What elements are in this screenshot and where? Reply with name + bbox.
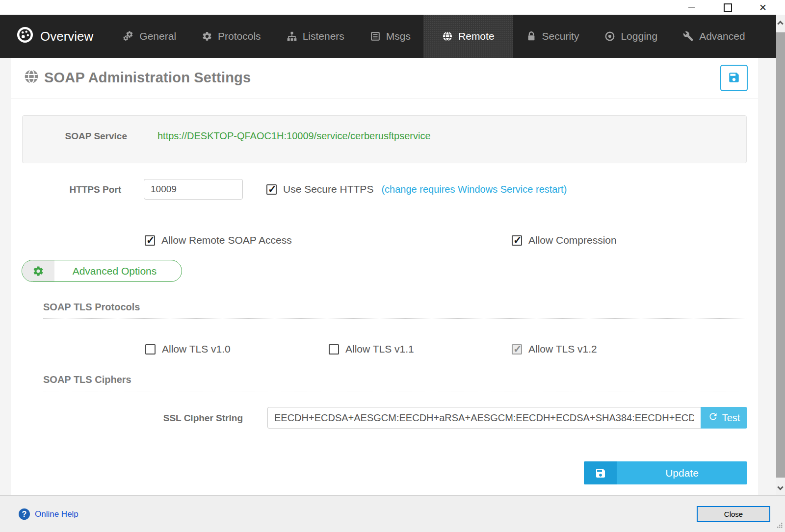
- floppy-icon: [728, 71, 740, 85]
- close-button[interactable]: Close: [697, 506, 770, 522]
- online-help-link[interactable]: Online Help: [19, 508, 78, 520]
- soap-service-label: SOAP Service: [23, 131, 127, 142]
- allow-compression-checkbox[interactable]: [512, 235, 522, 246]
- nav-label: Protocols: [218, 30, 261, 42]
- tls11-checkbox[interactable]: [329, 344, 339, 355]
- nav-label: General: [139, 30, 176, 42]
- ssl-cipher-row: SSL Cipher String Test: [11, 407, 747, 429]
- test-button[interactable]: Test: [701, 407, 747, 429]
- app-window: Overview General Protocols Listeners Msg…: [0, 0, 785, 532]
- advanced-options-label: Advanced Options: [54, 260, 182, 281]
- wrench-icon: [683, 31, 694, 42]
- list-icon: [370, 31, 381, 42]
- ssl-cipher-label: SSL Cipher String: [11, 413, 243, 424]
- https-port-row: HTTPS Port Use Secure HTTPS (change requ…: [11, 179, 747, 200]
- globe-icon: [442, 31, 453, 42]
- brand-label: Overview: [40, 29, 93, 44]
- soap-service-url-link[interactable]: https://DESKTOP-QFAOC1H:10009/service/ce…: [157, 130, 431, 142]
- cerberus-logo-icon: [17, 26, 33, 47]
- lock-icon: [526, 31, 537, 42]
- vertical-scrollbar: [776, 15, 785, 495]
- nav-item-remote[interactable]: Remote: [423, 15, 513, 58]
- https-port-label: HTTPS Port: [11, 184, 121, 195]
- update-label: Update: [617, 461, 747, 484]
- tls-ciphers-section: SOAP TLS Ciphers: [43, 374, 747, 391]
- circle-dot-icon: [604, 31, 615, 42]
- nav-item-listeners[interactable]: Listeners: [274, 15, 357, 58]
- allow-remote-label: Allow Remote SOAP Access: [161, 234, 292, 246]
- gear-icon: [202, 31, 212, 42]
- nav-label: Logging: [621, 30, 657, 42]
- online-help-label: Online Help: [35, 509, 78, 519]
- nav-item-msgs[interactable]: Msgs: [357, 15, 423, 58]
- tls12-row: Allow TLS v1.2: [512, 343, 597, 355]
- tls-protocols-section: SOAP TLS Protocols: [43, 302, 747, 319]
- tls12-label: Allow TLS v1.2: [528, 343, 597, 355]
- tls-protocols-heading: SOAP TLS Protocols: [43, 302, 747, 313]
- nav-label: Security: [542, 30, 579, 42]
- nav-item-advanced[interactable]: Advanced: [670, 15, 758, 58]
- nav-label: Remote: [458, 30, 495, 42]
- tls10-checkbox[interactable]: [145, 344, 156, 355]
- nav-item-logging[interactable]: Logging: [592, 15, 670, 58]
- save-button[interactable]: [720, 65, 748, 91]
- floppy-icon: [584, 461, 617, 484]
- maximize-button[interactable]: [716, 0, 739, 15]
- footer-bar: Online Help Close: [0, 495, 785, 532]
- nav-item-general[interactable]: General: [110, 15, 189, 58]
- allow-remote-row: Allow Remote SOAP Access: [145, 234, 292, 246]
- tls10-row: Allow TLS v1.0: [145, 343, 231, 355]
- ssl-cipher-input[interactable]: [267, 407, 701, 429]
- soap-settings-panel: SOAP Administration Settings SOAP Servic…: [11, 58, 758, 495]
- https-port-input[interactable]: [144, 179, 243, 200]
- main-navbar: Overview General Protocols Listeners Msg…: [0, 15, 776, 58]
- scrollbar-thumb[interactable]: [776, 32, 785, 478]
- advanced-options-button[interactable]: Advanced Options: [22, 260, 182, 282]
- content-area: SOAP Administration Settings SOAP Servic…: [0, 58, 776, 495]
- secure-https-checkbox[interactable]: [266, 184, 277, 195]
- sitemap-icon: [287, 31, 297, 42]
- allow-remote-checkbox[interactable]: [145, 235, 155, 246]
- allow-compression-label: Allow Compression: [528, 234, 617, 246]
- test-label: Test: [722, 412, 740, 424]
- nav-items: General Protocols Listeners Msgs Remote …: [110, 15, 778, 58]
- resize-grip[interactable]: [777, 522, 783, 531]
- secure-https-note: (change requires Windows Service restart…: [381, 184, 567, 195]
- minimize-button[interactable]: [680, 0, 703, 15]
- titlebar: [0, 0, 785, 15]
- page-title: SOAP Administration Settings: [44, 70, 251, 86]
- tls10-label: Allow TLS v1.0: [162, 343, 231, 355]
- nav-item-protocols[interactable]: Protocols: [189, 15, 274, 58]
- question-icon: [19, 508, 30, 520]
- globe-icon: [24, 69, 39, 86]
- tls11-label: Allow TLS v1.1: [345, 343, 414, 355]
- nav-label: Listeners: [303, 30, 344, 42]
- gears-icon: [123, 31, 134, 42]
- update-button[interactable]: Update: [584, 461, 747, 484]
- nav-item-security[interactable]: Security: [513, 15, 592, 58]
- secure-https-label: Use Secure HTTPS: [283, 183, 373, 195]
- scroll-up-icon[interactable]: [777, 21, 784, 27]
- scroll-down-icon[interactable]: [777, 484, 784, 490]
- brand-overview[interactable]: Overview: [0, 15, 110, 58]
- page-header: SOAP Administration Settings: [11, 58, 758, 99]
- tls11-row: Allow TLS v1.1: [329, 343, 414, 355]
- allow-compression-row: Allow Compression: [512, 234, 617, 246]
- tls-ciphers-heading: SOAP TLS Ciphers: [43, 374, 747, 385]
- secure-https-group: Use Secure HTTPS (change requires Window…: [266, 179, 567, 200]
- nav-label: Advanced: [699, 30, 745, 42]
- soap-service-box: SOAP Service https://DESKTOP-QFAOC1H:100…: [22, 115, 747, 163]
- nav-label: Msgs: [386, 30, 411, 42]
- close-window-button[interactable]: [752, 0, 774, 15]
- refresh-icon: [708, 411, 718, 424]
- tls12-checkbox[interactable]: [512, 344, 522, 355]
- gear-icon: [22, 260, 54, 281]
